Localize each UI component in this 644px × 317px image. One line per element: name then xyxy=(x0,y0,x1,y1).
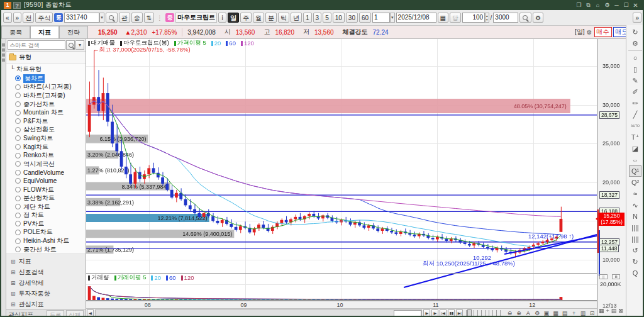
expand-icon[interactable]: ⊡ xyxy=(588,310,596,316)
vol-close-icon[interactable]: ⊠ xyxy=(612,274,620,279)
expand-icon[interactable]: ⊞ xyxy=(11,301,16,308)
chart-type-item[interactable]: 중간선 차트 xyxy=(6,245,86,254)
custom-interval-input[interactable]: 1▾ xyxy=(372,13,395,23)
magnify-icon[interactable]: Q xyxy=(629,267,641,279)
nav-prev-button[interactable]: « xyxy=(3,13,12,23)
grid-icon[interactable]: ▦ xyxy=(552,310,560,316)
chart-type-item[interactable]: POLE차트 xyxy=(6,228,86,237)
wave-tool-icon[interactable]: ≈ xyxy=(629,188,641,199)
parallel-tool-icon[interactable]: ⇔ xyxy=(629,154,641,165)
home-icon[interactable]: ⌂ xyxy=(593,2,602,9)
sidebar-section-강세약세[interactable]: ⊞강세약세 xyxy=(6,277,86,288)
chart-type-item[interactable]: 분산형차트 xyxy=(6,194,86,203)
period-month-button[interactable]: 월 xyxy=(253,13,264,23)
pen-tool-icon[interactable]: ✎ xyxy=(629,75,641,86)
print-icon[interactable]: ▥ xyxy=(579,310,587,316)
chart-config-icon[interactable]: ⚙ xyxy=(533,13,543,23)
stock-search-icon[interactable] xyxy=(106,13,118,23)
undo-icon[interactable]: ↺ xyxy=(629,245,641,256)
chart-type-item[interactable]: 종가선차트 xyxy=(6,100,86,109)
maximize-button[interactable]: ☐ xyxy=(621,2,631,9)
sidebar-section-투자자동향[interactable]: ⊞투자자동향 xyxy=(6,288,86,299)
sidebar-section-신호검색[interactable]: ⊞신호검색 xyxy=(6,267,86,277)
chart-type-item[interactable]: 계단 차트 xyxy=(6,203,86,211)
stock-stepper[interactable]: ⇅ xyxy=(144,13,154,23)
watch-button[interactable]: 관 xyxy=(119,13,130,23)
text-tool-icon[interactable]: T⁺ xyxy=(629,131,641,143)
pin-settings-icon[interactable]: ⚙ xyxy=(602,2,612,9)
asset-type-button[interactable]: 주식 xyxy=(35,13,53,23)
tab-전략[interactable]: 전략 xyxy=(59,26,88,38)
sidebar-section-지표[interactable]: ⊞지표 xyxy=(6,256,86,267)
margin-badge[interactable]: 증 xyxy=(165,13,174,22)
dock-icon[interactable] xyxy=(2,58,5,62)
toolbar-overflow-button[interactable]: » xyxy=(633,13,641,23)
y-axis[interactable]: 35,00030,00025,00020,00010,00028,67518,3… xyxy=(597,39,626,317)
chart-type-item[interactable]: Kagi차트 xyxy=(6,143,86,152)
chart-type-item[interactable]: FLOW차트 xyxy=(6,186,86,194)
all-market-button[interactable]: 전 xyxy=(23,13,34,23)
tab-종목[interactable]: 종목 xyxy=(1,26,30,38)
interval-3-button[interactable]: 3 xyxy=(313,13,322,23)
zoom-search-icon[interactable] xyxy=(519,13,531,23)
eraser-icon[interactable]: ◪ xyxy=(629,143,641,154)
clone-icon[interactable]: ⧉ xyxy=(584,2,593,9)
dock-icon[interactable] xyxy=(2,48,5,52)
stock-code-input[interactable]: 331740▾ xyxy=(64,13,104,23)
pattern-tool-icon[interactable]: ▯ xyxy=(629,64,641,75)
interval-60-button[interactable]: 60 xyxy=(359,13,371,23)
period-day-button[interactable]: 일 xyxy=(228,13,239,23)
mini-print-icon[interactable]: ▤ xyxy=(611,308,617,314)
stock-info-button[interactable]: i xyxy=(218,13,226,23)
circle-tool-icon[interactable]: ○ xyxy=(629,52,641,64)
speed-slider[interactable] xyxy=(466,310,502,316)
collapse-icon[interactable]: ▾ xyxy=(75,40,84,50)
chart-type-item[interactable]: 역시계곡선 xyxy=(6,160,86,169)
interval-30-button[interactable]: 30 xyxy=(346,13,358,23)
search-input[interactable] xyxy=(8,40,65,50)
expand-icon[interactable]: ⊞ xyxy=(11,291,16,297)
total-count-input[interactable]: 3000 xyxy=(493,13,518,23)
date-input[interactable]: 2025/12/08 xyxy=(396,13,436,23)
interval-1-button[interactable]: 1 xyxy=(303,13,312,23)
unified-badge[interactable]: 통 xyxy=(54,13,63,22)
period-minute-button[interactable]: 분 xyxy=(265,13,277,23)
chart-type-item[interactable]: 봉차트 xyxy=(6,74,86,83)
close-button[interactable]: ✕ xyxy=(631,2,640,9)
chart-type-item[interactable]: Mountain 차트 xyxy=(6,108,86,117)
inforow-settings-icon[interactable]: ⚙ xyxy=(587,29,592,36)
chart-type-item[interactable]: Swing차트 xyxy=(6,134,86,143)
auto-button[interactable]: A xyxy=(524,310,532,316)
today-button[interactable]: 당 xyxy=(450,13,461,23)
vol-scale-icon[interactable]: || xyxy=(599,274,608,279)
expand-icon[interactable]: ⊞ xyxy=(11,259,16,265)
stock-name-field[interactable]: 마우토크립트 xyxy=(175,13,217,23)
chart-canvas[interactable] xyxy=(86,39,597,301)
line-tool-icon[interactable]: ╱ xyxy=(629,109,641,120)
mini-grid-icon[interactable]: ▦ xyxy=(599,308,604,314)
chart-type-item[interactable]: 점 차트 xyxy=(6,211,86,220)
refresh-icon[interactable]: ↻ xyxy=(629,26,641,38)
dock-icon[interactable] xyxy=(2,43,5,47)
expand-icon[interactable]: ⊞ xyxy=(11,280,16,286)
interval-10-button[interactable]: 10 xyxy=(333,13,345,23)
mini-expand-icon[interactable]: ⊠ xyxy=(618,308,623,314)
n-tool-icon[interactable]: N xyxy=(629,211,641,222)
period-year-button[interactable]: 년 xyxy=(291,13,302,23)
chart-type-item[interactable]: P&F차트 xyxy=(6,117,86,126)
bars2-tool-icon[interactable]: |||| xyxy=(629,233,641,245)
zoom-area-icon[interactable]: Q¹ xyxy=(629,165,641,177)
crosshair-icon[interactable]: + xyxy=(570,310,578,316)
cycle-button[interactable]: 숭 xyxy=(131,13,143,23)
nav-next-button[interactable]: » xyxy=(13,13,22,23)
redo-icon[interactable]: ↻ xyxy=(629,256,641,267)
chart-type-item[interactable]: Heikin-Ashi 차트 xyxy=(6,236,86,245)
bar-count-input[interactable]: 100▴▾ xyxy=(462,13,489,23)
settings-icon[interactable]: ⚙ xyxy=(533,310,541,316)
tool-settings-icon[interactable]: ⚙ xyxy=(629,38,641,49)
search-icon[interactable] xyxy=(66,40,75,50)
popout-icon[interactable]: ❐ xyxy=(574,2,584,9)
zoom-in-icon[interactable]: ⊕ xyxy=(515,310,523,316)
chart-type-item[interactable]: CandleVolume xyxy=(6,169,86,177)
chart-type-item[interactable]: 삼선전환도 xyxy=(6,126,86,135)
